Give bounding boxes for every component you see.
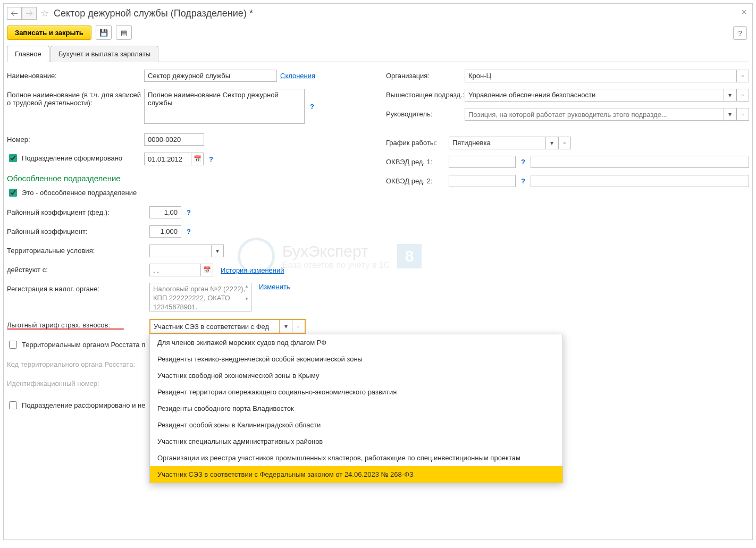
district-fed-input[interactable] — [149, 206, 181, 218]
list-icon: ▤ — [121, 29, 127, 37]
parent-field[interactable]: Управление обеспечения безопасности — [465, 89, 724, 102]
change-link[interactable]: Изменить — [259, 283, 290, 291]
fullname-label: Полное наименование (в т.ч. для записей … — [7, 89, 144, 107]
history-link[interactable]: История изменений — [221, 266, 284, 274]
district-fed-help-icon[interactable]: ? — [184, 208, 193, 216]
okved1-text-input[interactable] — [531, 156, 749, 168]
terr-select[interactable] — [149, 245, 211, 257]
formed-date-input[interactable] — [144, 153, 191, 165]
spinner-up-icon[interactable]: ▲ — [243, 284, 250, 297]
okved2-label: ОКВЭД ред. 2: — [386, 175, 449, 185]
tax-reg-box: Налоговый орган №2 (2222), КПП 222222222… — [149, 283, 251, 311]
rosstat-checkbox-label: Территориальным органом Росстата п — [22, 341, 145, 349]
parent-dropdown-icon[interactable]: ▾ — [724, 89, 736, 102]
favorite-star-icon[interactable]: ☆ — [39, 7, 51, 19]
formed-label: Подразделение сформировано — [22, 154, 122, 162]
name-input[interactable] — [144, 70, 277, 82]
district-fed-label: Районный коэффициент (фед.): — [7, 206, 149, 216]
schedule-open-icon[interactable]: ▫ — [558, 137, 571, 149]
schedule-field[interactable]: Пятидневка — [449, 137, 545, 149]
okved2-text-input[interactable] — [531, 175, 749, 187]
okved1-label: ОКВЭД ред. 1: — [386, 156, 449, 166]
head-dropdown-icon[interactable]: ▾ — [724, 108, 736, 121]
tariff-option[interactable]: Резиденты свободного порта Владивосток — [150, 400, 562, 417]
tariff-input[interactable] — [150, 320, 279, 333]
number-input[interactable] — [144, 133, 204, 146]
district-help-icon[interactable]: ? — [184, 227, 193, 235]
okved1-code-input[interactable] — [449, 156, 516, 168]
tariff-dropdown[interactable]: Для членов экипажей морских судов под фл… — [149, 334, 563, 483]
tariff-option[interactable]: Резидент особой зоны в Калининградской о… — [150, 417, 562, 433]
okved2-code-input[interactable] — [449, 175, 516, 187]
tariff-dropdown-icon[interactable]: ▾ — [279, 320, 292, 333]
head-field[interactable] — [465, 108, 724, 121]
tariff-option[interactable]: Участник свободной экономической зоны в … — [150, 367, 562, 384]
schedule-label: График работы: — [386, 137, 449, 147]
okved2-help-icon[interactable]: ? — [519, 177, 527, 185]
parent-open-icon[interactable]: ▫ — [736, 89, 749, 102]
page-title: Сектор дежурной службы (Подразделение) * — [54, 8, 253, 19]
fullname-textarea[interactable] — [144, 89, 305, 124]
nav-forward-button[interactable]: 🡢 — [22, 7, 37, 20]
tax-reg-label: Регистрация в налог. органе: — [7, 283, 149, 293]
valid-from-label: действуют с: — [7, 264, 149, 274]
org-open-icon[interactable]: ▫ — [736, 70, 749, 82]
disbanded-checkbox[interactable] — [9, 401, 17, 409]
head-label: Руководитель: — [386, 108, 465, 118]
close-icon[interactable]: × — [741, 7, 747, 18]
ident-label: Идентификационный номер: — [7, 377, 161, 387]
name-label: Наименование: — [7, 70, 144, 80]
tab-accounting[interactable]: Бухучет и выплата зарплаты — [51, 46, 159, 62]
head-open-icon[interactable]: ▫ — [736, 108, 749, 121]
formed-checkbox[interactable] — [9, 154, 17, 162]
rosstat-code-label: Код территориального органа Росстата: — [7, 358, 161, 368]
fullname-help-icon[interactable]: ? — [308, 103, 316, 111]
tariff-combo[interactable]: ▾ ▫ — [149, 319, 306, 334]
save-close-button[interactable]: Записать и закрыть — [7, 26, 91, 40]
tariff-open-icon[interactable]: ▫ — [292, 320, 305, 333]
spinner-down-icon[interactable]: ▼ — [243, 297, 250, 310]
tax-reg-value: Налоговый орган №2 (2222), КПП 222222222… — [153, 285, 245, 311]
parent-label: Вышестоящее подразд.: — [386, 89, 465, 99]
terr-dropdown-icon[interactable]: ▾ — [211, 245, 224, 257]
org-field[interactable]: Крон-Ц — [465, 70, 736, 82]
valid-from-calendar-icon[interactable]: 📅 — [200, 264, 213, 276]
tariff-option[interactable]: Участник СЭЗ в соответствии с Федеральны… — [150, 466, 562, 483]
org-label: Организация: — [386, 70, 465, 80]
save-button[interactable]: 💾 — [96, 25, 112, 40]
district-input[interactable] — [149, 225, 181, 238]
valid-from-input[interactable] — [149, 264, 200, 276]
tariff-option[interactable]: Для членов экипажей морских судов под фл… — [150, 334, 562, 351]
separate-label: Это - обособленное подразделение — [22, 189, 137, 197]
separate-section-header: Обособленное подразделение — [7, 174, 370, 183]
tab-main[interactable]: Главное — [7, 46, 49, 62]
okved1-help-icon[interactable]: ? — [519, 158, 527, 166]
rosstat-checkbox[interactable] — [9, 341, 17, 349]
district-label: Районный коэффициент: — [7, 225, 149, 235]
tariff-label: Льготный тариф страх. взносов: — [7, 319, 149, 329]
tariff-option[interactable]: Резиденты технико-внедренческой особой э… — [150, 351, 562, 367]
nav-back-button[interactable]: 🡠 — [7, 7, 22, 20]
floppy-icon: 💾 — [99, 29, 108, 37]
tariff-option[interactable]: Организации из реестра участников промыш… — [150, 450, 562, 466]
calendar-icon[interactable]: 📅 — [191, 153, 204, 165]
number-label: Номер: — [7, 133, 144, 144]
red-underline — [7, 328, 124, 330]
disbanded-label: Подразделение расформировано и не — [22, 401, 145, 409]
tariff-option[interactable]: Резидент территории опережающего социаль… — [150, 384, 562, 400]
help-button[interactable]: ? — [733, 26, 747, 40]
declensions-link[interactable]: Склонения — [280, 72, 315, 80]
list-button[interactable]: ▤ — [116, 25, 132, 40]
terr-label: Территориальные условия: — [7, 245, 149, 255]
schedule-dropdown-icon[interactable]: ▾ — [545, 137, 558, 149]
separate-checkbox[interactable] — [9, 189, 17, 197]
formed-help-icon[interactable]: ? — [207, 155, 215, 163]
tariff-option[interactable]: Участник специальных административных ра… — [150, 433, 562, 450]
